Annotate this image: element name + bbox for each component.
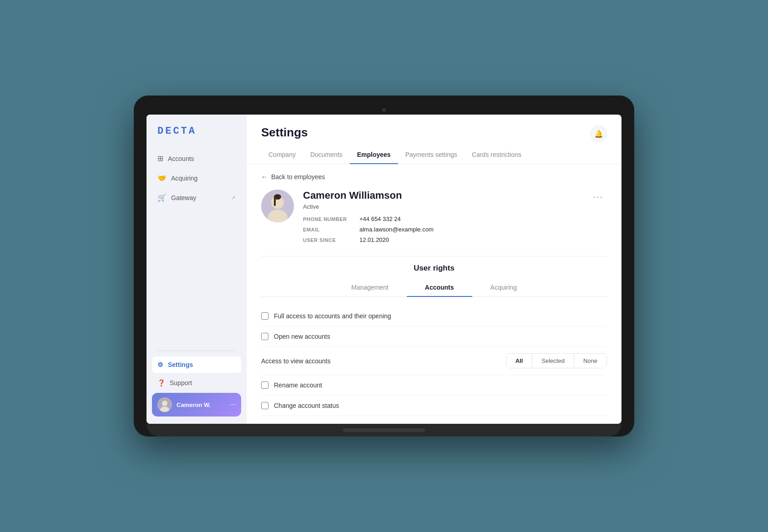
sidebar-bottom: ⚙ Settings ❓ Support Cameron W.	[147, 356, 247, 424]
permission-open-accounts: Open new accounts	[261, 326, 607, 347]
sidebar-item-acquiring[interactable]: 🤝 Acquiring	[152, 169, 241, 187]
back-to-employees[interactable]: ← Back to employees	[261, 173, 607, 181]
access-view-label: Access to view accounts	[261, 357, 506, 365]
email-row: EMAIL alma.lawson@example.com	[303, 226, 580, 233]
tab-company[interactable]: Company	[261, 147, 303, 164]
settings-tabs: Company Documents Employees Payments set…	[247, 142, 621, 164]
sidebar: DECTA ⊞ Accounts 🤝 Acquiring 🛒 Gateway ↗	[147, 115, 247, 424]
toggle-all[interactable]: All	[506, 354, 533, 368]
employee-header: Cameron Williamson Active PHONE NUMBER +…	[261, 190, 607, 245]
content-area: ← Back to employees	[247, 164, 621, 424]
phone-row: PHONE NUMBER +44 654 332 24	[303, 216, 580, 222]
external-link-icon: ↗	[231, 195, 236, 201]
sidebar-item-gateway[interactable]: 🛒 Gateway ↗	[152, 189, 241, 206]
open-accounts-checkbox[interactable]	[261, 333, 268, 340]
employee-more-button[interactable]: ···	[589, 190, 607, 204]
top-bar: Settings 🔔	[247, 115, 621, 142]
notification-button[interactable]: 🔔	[591, 125, 607, 142]
change-status-label: Change account status	[274, 402, 339, 409]
permission-rename: Rename account	[261, 375, 607, 396]
open-accounts-label: Open new accounts	[274, 333, 330, 340]
sidebar-item-support[interactable]: ❓ Support	[152, 375, 241, 391]
page-title: Settings	[261, 125, 308, 140]
main-content: Settings 🔔 Company Documents Employees P…	[247, 115, 621, 424]
gateway-icon: 🛒	[157, 193, 167, 202]
employee-avatar	[261, 190, 294, 222]
user-name: Cameron W.	[177, 402, 225, 408]
tab-payments[interactable]: Payments settings	[398, 147, 465, 164]
acquiring-icon: 🤝	[157, 174, 167, 182]
settings-icon: ⚙	[157, 361, 163, 368]
change-status-checkbox[interactable]	[261, 402, 268, 409]
tab-cards[interactable]: Cards restrictions	[465, 147, 529, 164]
sidebar-item-accounts[interactable]: ⊞ Accounts	[152, 150, 241, 167]
logo: DECTA	[147, 125, 247, 150]
full-access-label: Full access to accounts and their openin…	[274, 312, 391, 320]
employee-info: Cameron Williamson Active PHONE NUMBER +…	[303, 190, 580, 245]
support-icon: ❓	[157, 379, 165, 386]
svg-point-1	[162, 401, 167, 406]
rights-tab-accounts[interactable]: Accounts	[407, 280, 472, 296]
tab-employees[interactable]: Employees	[350, 147, 398, 164]
user-rights-title: User rights	[261, 264, 607, 273]
employee-name: Cameron Williamson	[303, 190, 580, 201]
rights-tab-management[interactable]: Management	[333, 280, 407, 296]
permission-change-status: Change account status	[261, 396, 607, 416]
svg-rect-7	[274, 197, 276, 206]
sidebar-divider	[157, 351, 236, 351]
tab-documents[interactable]: Documents	[303, 147, 350, 164]
user-menu-dots[interactable]: ···	[230, 401, 236, 409]
sidebar-nav: ⊞ Accounts 🤝 Acquiring 🛒 Gateway ↗	[147, 150, 247, 345]
permission-full-access: Full access to accounts and their openin…	[261, 306, 607, 326]
user-rights-section: User rights Management Accounts Acquirin…	[261, 264, 607, 416]
rename-account-checkbox[interactable]	[261, 381, 268, 389]
rename-account-label: Rename account	[274, 381, 322, 389]
back-link-label: Back to employees	[271, 173, 325, 181]
full-access-checkbox[interactable]	[261, 312, 268, 320]
employee-details: PHONE NUMBER +44 654 332 24 EMAIL alma.l…	[303, 216, 580, 243]
section-divider	[261, 256, 607, 256]
accounts-icon: ⊞	[157, 154, 163, 163]
access-view-row: Access to view accounts All Selected Non…	[261, 347, 607, 375]
access-view-toggle: All Selected None	[506, 353, 607, 368]
sidebar-user[interactable]: Cameron W. ···	[152, 393, 241, 417]
toggle-selected[interactable]: Selected	[532, 354, 574, 368]
rights-tabs: Management Accounts Acquiring	[261, 280, 607, 297]
avatar	[157, 397, 172, 412]
employee-status: Active	[303, 203, 580, 210]
sidebar-item-settings[interactable]: ⚙ Settings	[152, 356, 241, 373]
back-arrow-icon: ←	[261, 173, 268, 181]
rights-tab-acquiring[interactable]: Acquiring	[472, 280, 535, 296]
toggle-none[interactable]: None	[574, 354, 606, 368]
since-row: USER SINCE 12.01.2020	[303, 236, 580, 243]
